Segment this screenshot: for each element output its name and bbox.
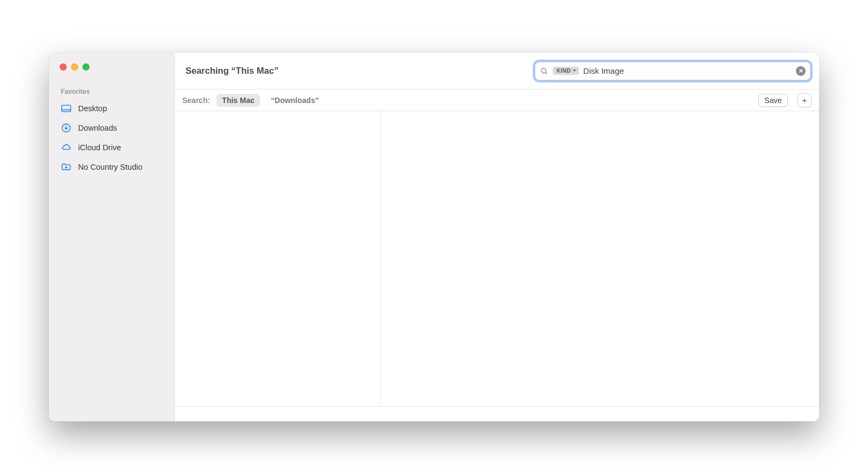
sidebar-item-label: No Country Studio [78,163,142,171]
sidebar-item-label: Desktop [78,104,107,113]
window-title: Searching “This Mac” [186,66,278,76]
search-scope-bar: Search: This Mac “Downloads” Save + [175,89,819,111]
sidebar-item-downloads[interactable]: Downloads [49,118,174,138]
finder-window: Favorites Desktop Downloads [49,53,819,421]
sidebar: Favorites Desktop Downloads [49,53,175,421]
add-criteria-button[interactable]: + [797,93,812,107]
search-token-kind[interactable]: KIND [553,67,579,75]
folder-icon [61,162,72,172]
clear-search-button[interactable] [796,66,806,76]
main-content: Searching “This Mac” KIND [175,53,819,421]
svg-point-5 [541,68,546,73]
results-list-column[interactable] [175,111,381,406]
search-field[interactable]: KIND [535,62,810,80]
search-input[interactable] [583,66,792,75]
desktop-icon [61,103,72,114]
icloud-icon [61,142,72,153]
search-token-label: KIND [557,68,571,74]
sidebar-item-desktop[interactable]: Desktop [49,99,174,118]
close-window-button[interactable] [60,63,67,71]
sidebar-section-favorites: Favorites [49,86,174,99]
save-search-button[interactable]: Save [758,94,788,107]
svg-rect-0 [62,105,71,112]
sidebar-item-icloud-drive[interactable]: iCloud Drive [49,138,174,157]
path-bar [175,406,819,421]
scope-downloads[interactable]: “Downloads” [265,94,324,107]
downloads-icon [61,123,72,133]
traffic-lights [49,63,174,86]
fullscreen-window-button[interactable] [82,63,90,71]
preview-column [381,111,819,406]
scope-this-mac[interactable]: This Mac [216,94,260,107]
svg-line-6 [545,72,547,74]
sidebar-item-label: iCloud Drive [78,143,121,152]
scope-label: Search: [182,96,210,105]
results-area [175,111,819,406]
search-icon [540,67,548,75]
sidebar-item-no-country-studio[interactable]: No Country Studio [49,157,174,177]
minimize-window-button[interactable] [71,63,78,71]
toolbar: Searching “This Mac” KIND [175,53,819,89]
sidebar-item-label: Downloads [78,124,117,132]
chevron-down-icon [572,68,577,74]
